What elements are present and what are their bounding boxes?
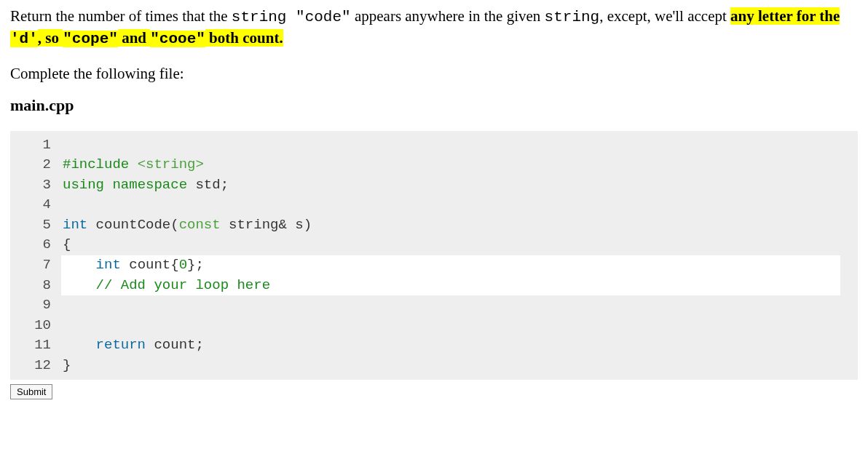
include-path: <string> <box>138 156 204 172</box>
comment: // Add your loop here <box>96 277 270 293</box>
line-number: 12 <box>10 356 63 376</box>
line-number: 1 <box>10 135 63 156</box>
line-number: 11 <box>10 335 63 356</box>
code-content: int countCode(const string& s) <box>63 215 858 236</box>
code-line: 8 // Add your loop here <box>10 276 858 296</box>
indent <box>63 277 96 293</box>
code-line: 12 } <box>10 356 858 376</box>
problem-text: , except, we'll accept <box>599 7 730 25</box>
code-line: 5 int countCode(const string& s) <box>10 215 858 236</box>
keyword: namespace <box>112 177 187 193</box>
code-content: using namespace std; <box>63 175 858 196</box>
type: string <box>221 217 279 233</box>
page: Return the number of times that the stri… <box>0 0 868 414</box>
highlighted-text: any letter for the <box>730 7 840 25</box>
identifier: countCode( <box>87 217 178 233</box>
line-number: 6 <box>10 235 63 255</box>
code-content: } <box>63 356 858 376</box>
identifier: count{ <box>121 257 179 273</box>
inline-code: string <box>545 9 600 25</box>
line-number: 10 <box>10 316 63 336</box>
code-line: 1 <box>10 135 858 156</box>
code-block: 1 2 #include <string> 3 using namespace … <box>10 131 858 381</box>
indent <box>63 257 96 273</box>
brace: { <box>63 236 71 252</box>
line-number: 5 <box>10 215 63 236</box>
punct: ; <box>221 177 229 193</box>
rest: count; <box>146 337 204 353</box>
complete-prompt: Complete the following file: <box>10 65 858 83</box>
type-keyword: int <box>96 257 121 273</box>
line-number: 7 <box>10 255 63 276</box>
problem-text: appears anywhere in the given <box>351 7 545 25</box>
code-line: 7 int count{0}; <box>10 255 858 276</box>
code-content: { <box>63 235 858 255</box>
keyword: using <box>63 177 104 193</box>
editable-code[interactable]: int count{0}; <box>61 255 840 276</box>
editable-code[interactable]: // Add your loop here <box>61 276 840 296</box>
preprocessor: #include <box>63 156 129 172</box>
line-number: 3 <box>10 175 63 196</box>
highlighted-code: "cope" <box>63 31 118 47</box>
problem-statement: Return the number of times that the stri… <box>10 6 858 50</box>
code-line: 4 <box>10 195 858 215</box>
type-keyword: int <box>63 217 87 233</box>
highlighted-text: and <box>118 29 150 47</box>
code-line: 10 <box>10 316 858 336</box>
identifier: std <box>195 177 220 193</box>
rest: }; <box>187 257 204 273</box>
highlighted-text: , so <box>38 29 63 47</box>
code-content: #include <string> <box>63 155 858 175</box>
inline-code: string "code" <box>232 9 351 25</box>
line-number: 8 <box>10 276 63 296</box>
filename-heading: main.cpp <box>10 96 858 115</box>
code-content: return count; <box>63 335 858 356</box>
line-number: 9 <box>10 295 63 316</box>
indent <box>63 337 96 353</box>
number: 0 <box>179 257 187 273</box>
code-line: 2 #include <string> <box>10 155 858 175</box>
brace: } <box>63 357 71 373</box>
keyword: return <box>96 337 146 353</box>
rest: & s) <box>278 217 312 233</box>
highlighted-code: 'd' <box>10 31 38 47</box>
line-number: 2 <box>10 155 63 175</box>
code-line: 3 using namespace std; <box>10 175 858 196</box>
problem-text: Return the number of times that the <box>10 7 232 25</box>
highlighted-code: "cooe" <box>150 31 205 47</box>
code-line: 11 return count; <box>10 335 858 356</box>
line-number: 4 <box>10 195 63 215</box>
code-line: 9 <box>10 295 858 316</box>
const-keyword: const <box>179 217 221 233</box>
submit-button[interactable]: Submit <box>10 384 52 399</box>
highlighted-text: both count. <box>205 29 283 47</box>
code-line: 6 { <box>10 235 858 255</box>
